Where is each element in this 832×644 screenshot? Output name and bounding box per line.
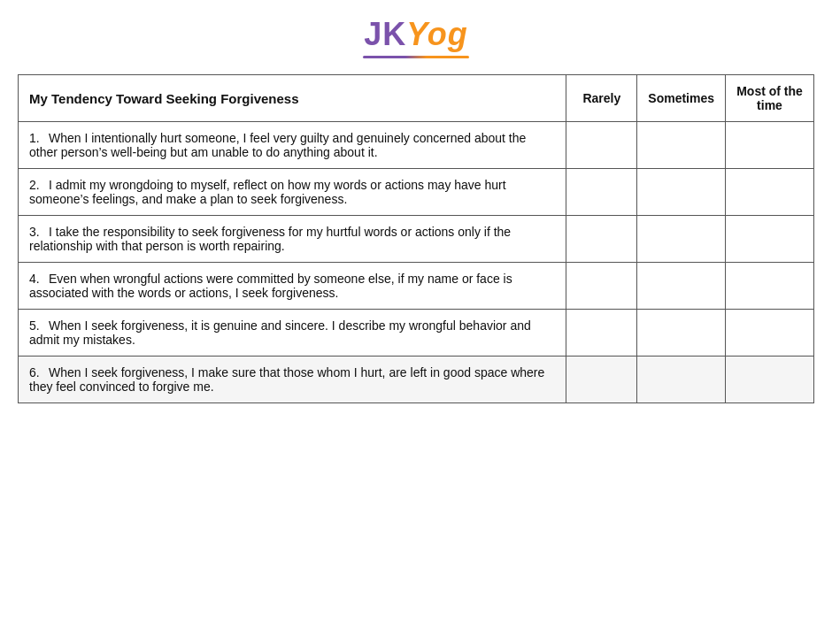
row-text-4: 4. Even when wrongful actions were commi… (19, 263, 566, 310)
row-sometimes-2 (637, 169, 726, 216)
table-wrapper: My Tendency Toward Seeking Forgiveness R… (0, 71, 832, 421)
header: JKYog (0, 0, 832, 71)
row-rarely-2 (566, 169, 637, 216)
logo-underline (363, 56, 469, 58)
table-row: 1. When I intentionally hurt someone, I … (19, 122, 814, 169)
row-num-4: 4. (29, 272, 49, 286)
row-most-2 (726, 169, 814, 216)
row-rarely-3 (566, 216, 637, 263)
row-num-6: 6. (29, 365, 49, 380)
table-row: 3. I take the responsibility to seek for… (19, 216, 814, 263)
logo: JKYog (0, 16, 832, 53)
row-num-2: 2. (29, 178, 49, 192)
table-row: 2. I admit my wrongdoing to myself, refl… (19, 169, 814, 216)
col-header-sometimes: Sometimes (637, 75, 726, 122)
row-num-5: 5. (29, 318, 49, 333)
row-most-1 (726, 122, 814, 169)
row-sometimes-6 (637, 356, 726, 403)
row-text-6: 6. When I seek forgiveness, I make sure … (19, 356, 566, 403)
row-rarely-1 (566, 122, 637, 169)
forgiveness-table: My Tendency Toward Seeking Forgiveness R… (18, 74, 814, 403)
row-rarely-4 (566, 263, 637, 310)
row-num-3: 3. (29, 225, 49, 239)
table-row: 4. Even when wrongful actions were commi… (19, 263, 814, 310)
row-text-1: 1. When I intentionally hurt someone, I … (19, 122, 566, 169)
row-sometimes-1 (637, 122, 726, 169)
row-most-3 (726, 216, 814, 263)
logo-jk: JK (364, 16, 406, 52)
col-header-rarely: Rarely (566, 75, 637, 122)
table-row: 6. When I seek forgiveness, I make sure … (19, 356, 814, 403)
row-most-5 (726, 310, 814, 356)
logo-yog: Yog (406, 16, 468, 52)
row-text-3: 3. I take the responsibility to seek for… (19, 216, 566, 263)
row-sometimes-5 (637, 310, 726, 356)
table-header-row: My Tendency Toward Seeking Forgiveness R… (19, 75, 814, 122)
col-header-most: Most of the time (726, 75, 814, 122)
row-rarely-6 (566, 356, 637, 403)
col-header-main: My Tendency Toward Seeking Forgiveness (19, 75, 566, 122)
row-num-1: 1. (29, 131, 49, 145)
row-rarely-5 (566, 310, 637, 356)
row-most-4 (726, 263, 814, 310)
row-most-6 (726, 356, 814, 403)
table-row: 5. When I seek forgiveness, it is genuin… (19, 310, 814, 356)
row-text-5: 5. When I seek forgiveness, it is genuin… (19, 310, 566, 356)
row-text-2: 2. I admit my wrongdoing to myself, refl… (19, 169, 566, 216)
row-sometimes-4 (637, 263, 726, 310)
row-sometimes-3 (637, 216, 726, 263)
